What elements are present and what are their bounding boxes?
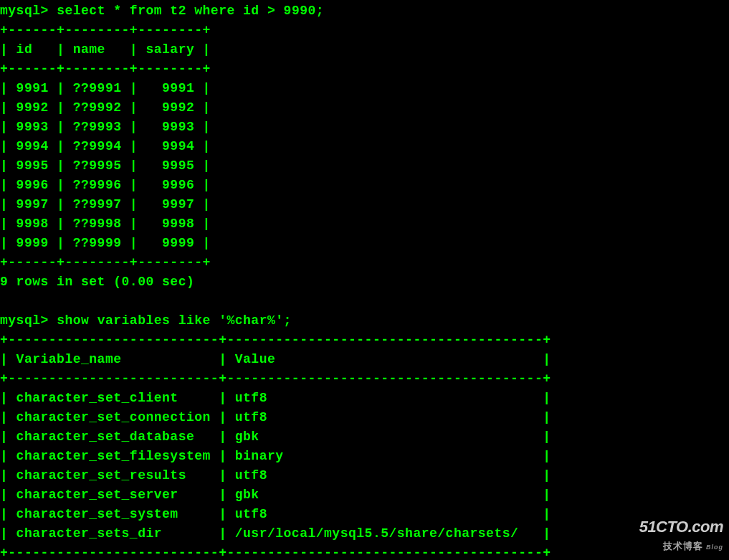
result-status-1: 9 rows in set (0.00 sec) [0, 275, 194, 289]
table1-headers: | id | name | salary | [0, 42, 211, 57]
table1-row: | 9993 | ??9993 | 9993 | [0, 120, 211, 134]
table2-row: | character_set_results | utf8 | [0, 468, 551, 483]
table2-border-bot: +--------------------------+------------… [0, 546, 551, 560]
table1-row: | 9992 | ??9992 | 9992 | [0, 100, 211, 115]
table1-row: | 9999 | ??9999 | 9999 | [0, 236, 211, 250]
table2-row: | character_set_filesystem | binary | [0, 449, 551, 463]
sql-query-2: show variables like '%char%'; [57, 313, 292, 328]
table1-border-bot: +------+--------+--------+ [0, 255, 211, 270]
table2-row: | character_set_database | gbk | [0, 430, 551, 444]
watermark-sub: 技术博客Blog [639, 539, 723, 554]
table2-headers: | Variable_name | Value | [0, 352, 551, 366]
watermark-main: 51CTO.com [639, 515, 723, 538]
table2-row: | character_set_connection | utf8 | [0, 410, 551, 424]
table2-row: | character_set_server | gbk | [0, 488, 551, 502]
table1-row: | 9991 | ??9991 | 9991 | [0, 81, 211, 95]
sql-query-1: select * from t2 where id > 9990; [57, 4, 324, 18]
terminal-output[interactable]: mysql> select * from t2 where id > 9990;… [0, 1, 729, 560]
table1-border-top: +------+--------+--------+ [0, 23, 211, 37]
mysql-prompt: mysql> [0, 4, 57, 18]
watermark: 51CTO.com 技术博客Blog [639, 515, 723, 554]
table1-border-mid: +------+--------+--------+ [0, 62, 211, 76]
table1-row: | 9996 | ??9996 | 9996 | [0, 178, 211, 192]
mysql-prompt: mysql> [0, 313, 57, 328]
table1-row: | 9995 | ??9995 | 9995 | [0, 158, 211, 173]
table2-row: | character_sets_dir | /usr/local/mysql5… [0, 526, 551, 541]
table2-border-mid: +--------------------------+------------… [0, 371, 551, 386]
table2-row: | character_set_client | utf8 | [0, 391, 551, 405]
table2-border-top: +--------------------------+------------… [0, 333, 551, 347]
table2-row: | character_set_system | utf8 | [0, 507, 551, 521]
table1-row: | 9997 | ??9997 | 9997 | [0, 197, 211, 212]
table1-row: | 9998 | ??9998 | 9998 | [0, 217, 211, 231]
table1-row: | 9994 | ??9994 | 9994 | [0, 139, 211, 153]
